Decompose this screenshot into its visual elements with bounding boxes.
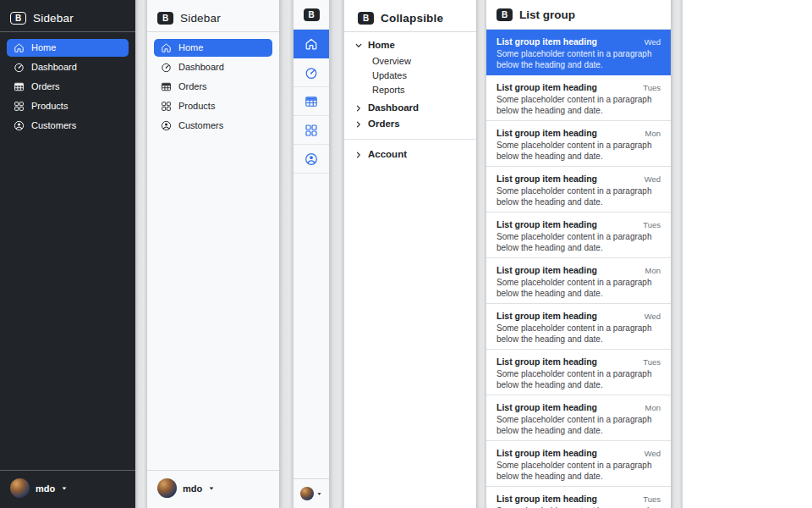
list-group-item[interactable]: List group item heading Mon Some placeho… (486, 121, 671, 167)
list-group-item-row: List group item heading Mon (497, 265, 661, 275)
list-group-item[interactable]: List group item heading Wed Some placeho… (486, 304, 671, 350)
list-group-item[interactable]: List group item heading Tues Some placeh… (486, 350, 671, 395)
sidebar-title: Sidebar (180, 12, 221, 25)
list-group-item[interactable]: List group item heading Wed Some placeho… (486, 441, 671, 487)
list-group-item-body: Some placeholder content in a paragraph … (497, 95, 659, 116)
sidebar-dark-item-products[interactable]: Products (7, 97, 129, 115)
list-group-item[interactable]: List group item heading Tues Some placeh… (486, 213, 671, 258)
list-group-item-day: Mon (645, 266, 661, 275)
sidebar-dark-item-orders[interactable]: Orders (7, 78, 129, 96)
grid-icon (161, 101, 172, 112)
list-group-item-body: Some placeholder content in a paragraph … (497, 415, 659, 436)
list-group-item[interactable]: List group item heading Tues Some placeh… (486, 75, 671, 121)
sidebar-dark-item-customers[interactable]: Customers (7, 117, 129, 135)
caret-down-icon (208, 485, 215, 492)
nav-item-label: Orders (178, 81, 207, 92)
house-icon (161, 42, 172, 53)
list-group-item-row: List group item heading Mon (497, 128, 661, 138)
nav-icons (294, 30, 329, 174)
collapsible-toggle-account[interactable]: Account (354, 146, 466, 163)
list-group-item[interactable]: List group item heading Mon Some placeho… (486, 395, 671, 441)
example-divider (671, 0, 683, 508)
list-group-item[interactable]: List group item heading Wed Some placeho… (486, 30, 671, 75)
nav-light: Home Dashboard Orders Products Customers (154, 39, 272, 136)
list-group-item-day: Tues (643, 357, 661, 367)
list-group-item-row: List group item heading Tues (497, 356, 661, 367)
example-divider (279, 0, 294, 508)
collapsible-sublist: OverviewUpdatesReports (354, 54, 466, 97)
icon-sidebar-item-orders[interactable] (294, 87, 329, 116)
sidebar-light-item-products[interactable]: Products (154, 97, 272, 115)
user-name: mdo (183, 483, 202, 494)
sidebar-collapsible-brand[interactable]: B Collapsible (354, 7, 466, 31)
user-menu-icons[interactable] (294, 479, 329, 508)
sidebar-icons-brand[interactable]: B (294, 0, 329, 30)
collapsible-toggle-label: Dashboard (368, 102, 419, 113)
chevron-right-icon (354, 104, 363, 113)
icon-sidebar-item-products[interactable] (294, 116, 329, 145)
avatar (157, 478, 177, 498)
list-group-item-day: Wed (645, 449, 661, 458)
list-group-item-heading: List group item heading (497, 128, 597, 138)
list-group-item[interactable]: List group item heading Tues Some placeh… (486, 487, 671, 508)
sidebar-light-item-dashboard[interactable]: Dashboard (154, 58, 272, 76)
house-icon (304, 37, 318, 51)
bootstrap-logo-icon: B (497, 8, 513, 21)
sidebar-light-item-orders[interactable]: Orders (154, 78, 272, 96)
collapsible-toggle-orders[interactable]: Orders (354, 116, 466, 132)
sidebar-light-item-customers[interactable]: Customers (154, 117, 272, 135)
person-circle-icon (14, 120, 25, 131)
sidebar-dark-brand[interactable]: B Sidebar (7, 7, 129, 31)
list-group-item-body: Some placeholder content in a paragraph … (497, 278, 659, 299)
chevron-right-icon (354, 120, 363, 129)
list-group-item-row: List group item heading Wed (497, 174, 661, 184)
chevron-down-icon (354, 41, 363, 50)
collapsible-subitem-updates[interactable]: Updates (372, 69, 466, 83)
list-group-item-day: Tues (643, 494, 661, 504)
list-group-item[interactable]: List group item heading Wed Some placeho… (486, 167, 671, 213)
list-group-item[interactable]: List group item heading Mon Some placeho… (486, 258, 671, 304)
person-circle-icon (304, 152, 318, 166)
collapsible-toggle-dashboard[interactable]: Dashboard (354, 100, 466, 116)
table-icon (14, 81, 25, 92)
list-group-header[interactable]: B List group (486, 0, 671, 30)
collapsible-subitem-reports[interactable]: Reports (372, 83, 466, 97)
user-menu-dark[interactable]: mdo (7, 471, 129, 501)
list-group-item-row: List group item heading Wed (497, 448, 661, 458)
caret-down-icon (61, 485, 68, 492)
avatar (300, 487, 314, 500)
bootstrap-logo-icon: B (304, 8, 320, 21)
collapsible-toggle-home[interactable]: Home (354, 37, 466, 53)
avatar (10, 478, 30, 498)
nav-dark: Home Dashboard Orders Products Customers (7, 39, 129, 136)
sidebar-dark-item-home[interactable]: Home (7, 39, 129, 57)
user-menu-light[interactable]: mdo (154, 471, 272, 501)
list-group-item-body: Some placeholder content in a paragraph … (497, 49, 659, 70)
sidebar-dark-item-dashboard[interactable]: Dashboard (7, 58, 129, 76)
divider-line (344, 139, 476, 140)
sidebar-light-brand[interactable]: B Sidebar (154, 7, 272, 31)
sidebar-light: B Sidebar Home Dashboard Orders Products… (147, 0, 279, 508)
collapsible-toggle-label: Account (368, 149, 407, 160)
spacer (294, 174, 329, 478)
icon-sidebar-item-customers[interactable] (294, 145, 329, 174)
divider-line (0, 31, 135, 32)
icon-sidebar-item-dashboard[interactable] (294, 58, 329, 87)
icon-sidebar-item-home[interactable] (294, 30, 329, 58)
list-group-item-heading: List group item heading (497, 36, 597, 47)
nav-item-label: Dashboard (178, 62, 224, 73)
collapsible-subitem-overview[interactable]: Overview (372, 54, 466, 69)
list-group-item-heading: List group item heading (497, 174, 597, 184)
list-group-item-body: Some placeholder content in a paragraph … (497, 323, 659, 345)
list-group-item-row: List group item heading Tues (497, 494, 661, 504)
speedometer-icon (161, 62, 172, 73)
bootstrap-logo-icon: B (358, 12, 374, 25)
list-group-item-row: List group item heading Wed (497, 36, 661, 47)
sidebar-dark: B Sidebar Home Dashboard Orders Products… (0, 0, 135, 508)
list-group-item-row: List group item heading Tues (497, 82, 661, 92)
list-group-item-day: Wed (645, 37, 661, 47)
sidebar-light-item-home[interactable]: Home (154, 39, 272, 57)
content-area (683, 0, 812, 508)
speedometer-icon (304, 66, 318, 80)
list-group-items: List group item heading Wed Some placeho… (486, 30, 671, 508)
